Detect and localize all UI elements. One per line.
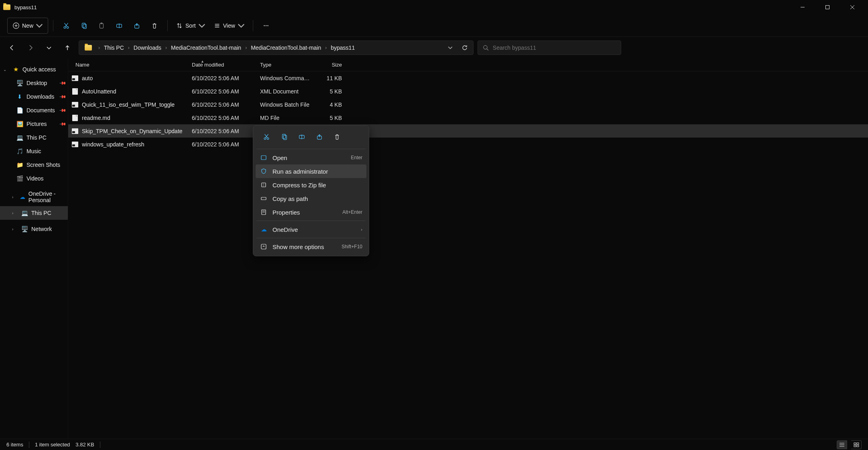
sidebar-onedrive[interactable]: ›☁OneDrive - Personal	[0, 190, 68, 204]
svg-point-26	[264, 138, 266, 140]
sort-indicator-icon: ▲	[201, 59, 204, 63]
file-date: 6/10/2022 5:06 AM	[186, 115, 254, 121]
file-date: 6/10/2022 5:06 AM	[186, 75, 254, 81]
back-button[interactable]	[5, 41, 19, 55]
ctx-onedrive[interactable]: ☁ OneDrive ›	[256, 223, 366, 236]
svg-point-27	[267, 138, 269, 140]
new-label: New	[22, 22, 33, 29]
file-date: 6/10/2022 5:06 AM	[186, 88, 254, 95]
file-row[interactable]: windows_update_refresh6/10/2022 5:06 AMn…	[68, 138, 868, 151]
chevron-down-icon	[198, 22, 205, 29]
maximize-button[interactable]	[815, 0, 840, 14]
path-icon	[260, 195, 268, 203]
onedrive-icon: ☁	[260, 225, 268, 233]
title-bar: bypass11	[0, 0, 868, 14]
details-view-button[interactable]	[837, 440, 847, 449]
sidebar-quick-access[interactable]: ⌄★ Quick access	[0, 63, 68, 76]
column-header-name[interactable]: Name	[68, 62, 186, 68]
status-size: 3.82 KB	[75, 442, 94, 448]
paste-button[interactable]	[94, 18, 110, 34]
music-icon: 🎵	[16, 148, 23, 155]
ctx-show-more[interactable]: Show more options Shift+F10	[256, 240, 366, 253]
ctx-copy-button[interactable]	[276, 130, 293, 144]
new-button[interactable]: New	[7, 18, 48, 34]
svg-rect-48	[854, 445, 856, 447]
share-button[interactable]	[129, 18, 145, 34]
file-icon	[71, 88, 79, 95]
videos-icon: 🎬	[16, 175, 23, 182]
breadcrumb-segment[interactable]: ›MediaCreationTool.bat-main	[162, 45, 242, 51]
sidebar-item-downloads[interactable]: ⬇Downloads📌	[0, 90, 68, 103]
view-button[interactable]: View	[210, 18, 248, 34]
file-icon	[71, 101, 79, 108]
address-dropdown-button[interactable]	[444, 42, 456, 54]
breadcrumb-segment[interactable]: ›Downloads	[125, 45, 162, 51]
delete-button[interactable]	[146, 18, 163, 34]
search-input[interactable]	[493, 45, 616, 51]
ctx-open[interactable]: Open Enter	[256, 151, 366, 164]
file-size: 11 KB	[311, 75, 348, 81]
sidebar-this-pc[interactable]: ›💻This PC	[0, 206, 68, 220]
file-row[interactable]: AutoUnattend6/10/2022 5:06 AMXML Documen…	[68, 85, 868, 98]
breadcrumb-segment[interactable]: ›MediaCreationTool.bat-main	[242, 45, 322, 51]
svg-point-24	[484, 45, 487, 49]
pin-icon: 📌	[59, 93, 66, 100]
breadcrumb-segment[interactable]: ›This PC	[95, 45, 125, 51]
ctx-compress[interactable]: Compress to Zip file	[256, 178, 366, 192]
ctx-cut-button[interactable]	[258, 130, 275, 144]
file-type: XML Document	[254, 88, 311, 95]
sidebar-item-videos[interactable]: 🎬Videos	[0, 172, 68, 185]
sidebar-item-music[interactable]: 🎵Music	[0, 144, 68, 158]
file-size: 4 KB	[311, 101, 348, 108]
ctx-delete-button[interactable]	[329, 130, 346, 144]
cut-icon	[63, 22, 70, 29]
file-row[interactable]: readme.md6/10/2022 5:06 AMMD File5 KB	[68, 111, 868, 124]
column-header-type[interactable]: Type	[254, 62, 311, 68]
rename-button[interactable]	[111, 18, 127, 34]
ctx-run-admin[interactable]: Run as administrator	[256, 164, 366, 178]
thumbnails-view-button[interactable]	[851, 440, 862, 449]
sidebar-item-this-pc[interactable]: 💻This PC	[0, 131, 68, 144]
more-icon	[262, 22, 270, 29]
documents-icon: 📄	[16, 107, 23, 114]
file-row[interactable]: Skip_TPM_Check_on_Dynamic_Update6/10/202…	[68, 124, 868, 138]
chevron-down-icon	[238, 22, 245, 29]
file-row[interactable]: Quick_11_iso_esd_wim_TPM_toggle6/10/2022…	[68, 98, 868, 111]
sidebar-item-pictures[interactable]: 🖼️Pictures📌	[0, 117, 68, 131]
search-box[interactable]	[478, 41, 621, 55]
ctx-rename-button[interactable]	[293, 130, 310, 144]
status-bar: 6 items 1 item selected 3.82 KB	[0, 439, 868, 450]
file-name: auto	[82, 75, 93, 81]
pc-icon: 💻	[21, 209, 28, 217]
more-button[interactable]	[258, 18, 274, 34]
view-label: View	[223, 22, 235, 29]
column-header-size[interactable]: Size	[311, 62, 348, 68]
sidebar-item-documents[interactable]: 📄Documents📌	[0, 103, 68, 117]
forward-button[interactable]	[23, 41, 38, 55]
sort-button[interactable]: Sort	[173, 18, 209, 34]
svg-rect-1	[826, 6, 829, 9]
svg-line-25	[487, 49, 488, 51]
refresh-button[interactable]	[459, 42, 471, 54]
cut-button[interactable]	[58, 18, 74, 34]
pc-icon: 💻	[16, 134, 23, 141]
share-icon	[316, 133, 323, 140]
sidebar-item-screenshots[interactable]: 📁Screen Shots	[0, 158, 68, 172]
column-header-date[interactable]: Date modified	[186, 62, 254, 68]
minimize-button[interactable]	[790, 0, 815, 14]
address-bar[interactable]: ›This PC ›Downloads ›MediaCreationTool.b…	[79, 41, 474, 55]
file-row[interactable]: auto6/10/2022 5:06 AMWindows Command ...…	[68, 71, 868, 85]
sidebar-item-desktop[interactable]: 🖥️Desktop📌	[0, 76, 68, 90]
sidebar-network[interactable]: ›🖥️Network	[0, 222, 68, 236]
ctx-properties[interactable]: Properties Alt+Enter	[256, 205, 366, 219]
file-type: Windows Command ...	[254, 75, 311, 81]
copy-icon	[281, 133, 288, 140]
ctx-copy-path[interactable]: Copy as path	[256, 192, 366, 205]
up-button[interactable]	[60, 41, 75, 55]
sort-label: Sort	[185, 22, 196, 29]
ctx-share-button[interactable]	[311, 130, 328, 144]
copy-button[interactable]	[76, 18, 92, 34]
breadcrumb-segment[interactable]: ›bypass11	[322, 45, 356, 51]
close-button[interactable]	[840, 0, 865, 14]
recent-button[interactable]	[42, 41, 56, 55]
